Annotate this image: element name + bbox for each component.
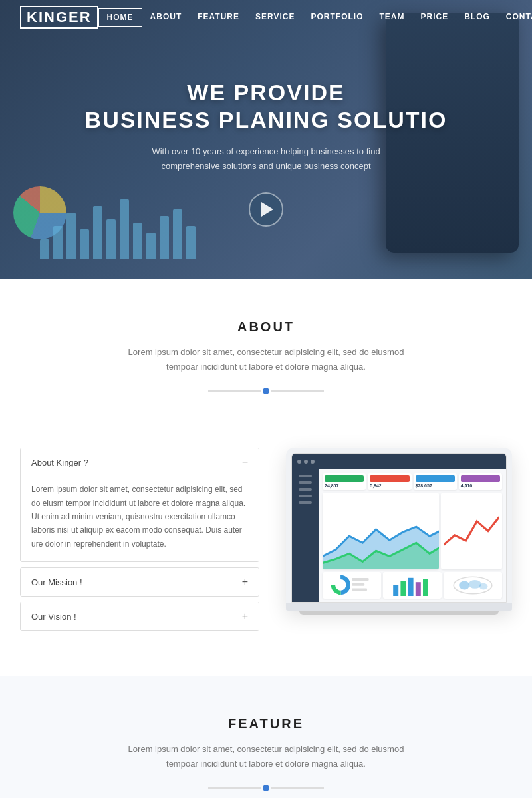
divider-line-left [208, 390, 261, 392]
nav-link-service[interactable]: SERVICE [247, 8, 303, 25]
dashboard-bottom-charts [323, 572, 502, 598]
feature-section: FEATURE Lorem ipsum dolor sit amet, cons… [0, 676, 532, 798]
about-section: ABOUT Lorem ipsum dolor sit amet, consec… [0, 279, 532, 448]
nav-item-feature[interactable]: FEATURE [190, 8, 247, 27]
topbar-dot-3 [311, 460, 315, 464]
feature-description: Lorem ipsum dolor sit amet, consectetur … [120, 742, 412, 771]
dashboard-charts [323, 493, 502, 569]
stat-card-3: $28,657 [414, 473, 457, 490]
navbar: KINGER HOME ABOUT FEATURE SERVICE PORTFO… [0, 0, 532, 35]
accordion-body-1: Lorem ipsum dolor sit amet, consectetur … [21, 476, 259, 561]
laptop-base [286, 603, 512, 611]
divider-dot [263, 388, 269, 394]
nav-link-price[interactable]: PRICE [412, 8, 456, 25]
accordion-label-2: Our Mission ! [31, 577, 82, 587]
accordion-item-2[interactable]: Our Mission ! + [20, 567, 259, 597]
bar-chart-mini [386, 575, 439, 596]
nav-item-blog[interactable]: BLOG [456, 8, 498, 27]
nav-item-team[interactable]: TEAM [371, 8, 412, 27]
about-title: ABOUT [27, 319, 505, 334]
accordion-header-1[interactable]: About Kinger ? − [21, 448, 259, 476]
nav-item-service[interactable]: SERVICE [247, 8, 303, 27]
feature-title: FEATURE [27, 716, 505, 732]
topbar-dot-1 [297, 460, 301, 464]
mini-chart-3 [444, 572, 502, 598]
dashboard-body: 24,857 5,842 $28,657 [292, 469, 506, 602]
area-chart-svg [323, 516, 439, 570]
about-accordion: About Kinger ? − Lorem ipsum dolor sit a… [20, 448, 259, 636]
chart-area [323, 493, 439, 569]
sidebar-icon-5 [299, 501, 312, 504]
svg-rect-7 [393, 585, 398, 596]
donut-chart [325, 575, 378, 596]
hero-section: KINGER HOME ABOUT FEATURE SERVICE PORTFO… [0, 0, 532, 279]
nav-link-contact[interactable]: CONTACT [498, 8, 532, 25]
nav-item-about[interactable]: ABOUT [142, 8, 190, 27]
laptop-screen: 24,857 5,842 $28,657 [291, 453, 507, 603]
svg-point-15 [479, 583, 488, 590]
accordion-icon-3: + [242, 610, 248, 622]
svg-rect-11 [423, 579, 428, 597]
svg-rect-6 [352, 589, 367, 591]
svg-rect-8 [400, 581, 406, 596]
hero-content: WE PROVIDE BUSINESS PLANING SOLUTIO With… [0, 0, 532, 279]
topbar-dot-2 [304, 460, 308, 464]
about-description: Lorem ipsum dolor sit amet, consectetur … [120, 345, 412, 374]
sidebar-icon-1 [299, 475, 312, 477]
divider-line-right [271, 390, 324, 392]
line-chart-svg [444, 495, 499, 567]
accordion-icon-1: − [242, 456, 248, 468]
accordion-header-3[interactable]: Our Vision ! + [21, 602, 259, 630]
laptop-foot [299, 611, 499, 615]
svg-point-13 [459, 581, 469, 590]
accordion-header-2[interactable]: Our Mission ! + [21, 568, 259, 596]
brand-logo[interactable]: KINGER [20, 6, 98, 29]
svg-rect-10 [416, 582, 421, 596]
accordion-item-1[interactable]: About Kinger ? − Lorem ipsum dolor sit a… [20, 448, 259, 562]
nav-item-price[interactable]: PRICE [412, 8, 456, 27]
feature-divider-line-right [271, 787, 324, 789]
world-map-mini [446, 575, 499, 596]
stat-card-2: 5,842 [368, 473, 411, 490]
nav-item-home[interactable]: HOME [98, 8, 142, 27]
nav-link-feature[interactable]: FEATURE [190, 8, 247, 25]
svg-rect-9 [408, 578, 414, 596]
dashboard-main: 24,857 5,842 $28,657 [319, 469, 506, 602]
feature-divider-dot [263, 785, 269, 791]
sidebar-icon-2 [299, 481, 312, 484]
nav-link-portfolio[interactable]: PORTFOLIO [303, 8, 371, 25]
about-content-area: About Kinger ? − Lorem ipsum dolor sit a… [13, 448, 519, 676]
chart-small-1 [441, 493, 502, 569]
svg-rect-5 [352, 583, 364, 586]
dashboard-sidebar [292, 469, 319, 602]
sidebar-icon-3 [299, 488, 312, 491]
sidebar-icon-4 [299, 495, 312, 497]
stat-card-4: 4,516 [459, 473, 502, 490]
about-divider [27, 388, 505, 394]
accordion-item-3[interactable]: Our Vision ! + [20, 602, 259, 631]
nav-item-portfolio[interactable]: PORTFOLIO [303, 8, 371, 27]
mini-chart-1 [323, 572, 381, 598]
accordion-icon-2: + [242, 576, 248, 588]
feature-divider [27, 785, 505, 791]
dashboard-stats: 24,857 5,842 $28,657 [323, 473, 502, 490]
nav-link-about[interactable]: ABOUT [142, 8, 190, 25]
nav-links: HOME ABOUT FEATURE SERVICE PORTFOLIO TEA… [98, 8, 532, 27]
laptop-topbar [292, 454, 506, 469]
nav-link-team[interactable]: TEAM [371, 8, 412, 25]
laptop-mockup: 24,857 5,842 $28,657 [286, 448, 512, 611]
hero-subtitle: With over 10 years of experience helping… [126, 144, 406, 174]
accordion-label-3: Our Vision ! [31, 612, 76, 622]
nav-item-contact[interactable]: CONTACT [498, 8, 532, 27]
accordion-label-1: About Kinger ? [31, 458, 88, 467]
play-button[interactable] [249, 192, 283, 227]
stat-card-1: 24,857 [323, 473, 366, 490]
svg-rect-4 [352, 578, 369, 581]
feature-divider-line-left [208, 787, 261, 789]
nav-link-blog[interactable]: BLOG [456, 8, 498, 25]
hero-title: WE PROVIDE BUSINESS PLANING SOLUTIO [85, 79, 448, 134]
about-image: 24,857 5,842 $28,657 [286, 448, 512, 615]
mini-chart-2 [383, 572, 442, 598]
nav-link-home[interactable]: HOME [98, 8, 142, 27]
